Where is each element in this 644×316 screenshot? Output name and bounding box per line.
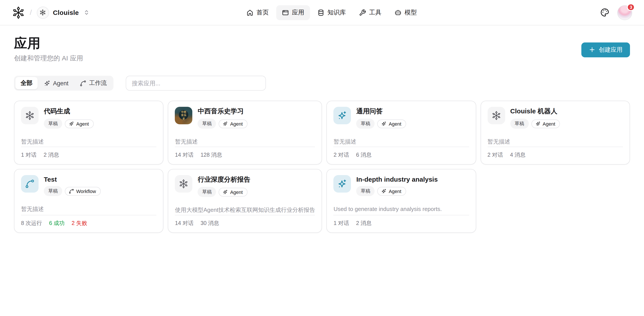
bot-icon [394,9,402,16]
brand-logo-icon[interactable] [12,6,25,19]
type-badge: Agent [378,187,406,195]
filter-tab-all[interactable]: 全部 [15,77,38,89]
header-left: / Clouisle [12,6,90,19]
primary-nav: 首页 应用 知识库 工具 模型 [241,0,422,25]
stat: 30 消息 [200,220,219,227]
header-right: 3 [600,5,632,20]
app-stats: 1 对话2 消息 [21,151,156,159]
app-title: Test [44,176,101,183]
app-description: 暂无描述 [21,138,156,146]
app-description: 暂无描述 [334,138,469,146]
app-card[interactable]: Test 草稿 Workflow 暂无描述 8 次运行6 成功2 失败 [14,169,164,233]
status-badge: 草稿 [356,186,375,196]
snowflake-icon [179,179,188,189]
type-badge: Agent [65,119,94,128]
sparkles-icon [223,121,228,126]
workflow-icon [69,188,74,194]
page-title: 应用 [14,37,83,50]
app-icon [334,107,351,124]
app-description: Used to generate industry analysis repor… [334,205,469,213]
sparkles-icon [69,121,74,126]
nav-item-home[interactable]: 首页 [241,5,274,20]
main-content: 应用 创建和管理您的 AI 应用 创建应用 全部 Agent 工作流 [0,37,644,233]
app-card[interactable]: 中西音乐史 中西音乐史学习 草稿 Agent 暂无描述 14 对话128 消息 [168,101,322,165]
stat: 1 对话 [21,151,36,159]
card-header: 行业深度分析报告 草稿 Agent [175,175,315,197]
theme-button[interactable] [600,8,610,17]
stat: 4 消息 [510,151,526,159]
workflow-icon [25,179,34,189]
card-divider [21,147,156,147]
stat: 128 消息 [200,151,222,159]
app-card-grid: 代码生成 草稿 Agent 暂无描述 1 对话2 消息 中西音乐史 [14,101,630,233]
status-badge: 草稿 [44,119,62,129]
workspace-name: Clouisle [53,9,79,16]
stat: 2 对话 [488,151,503,159]
workspace-avatar [36,6,49,18]
app-description: 使用大模型Agent技术检索互联网知识生成行业分析报告 [175,206,315,214]
sparkles-icon [223,189,228,195]
app-title: Clouisle 机器人 [510,107,560,116]
card-divider [488,147,623,147]
page-heading-block: 应用 创建和管理您的 AI 应用 [14,37,83,63]
sparkles-icon [381,188,386,194]
card-divider [175,147,315,147]
stat: 2 消息 [356,220,372,227]
status-badge: 草稿 [198,187,216,197]
filter-tab-agent[interactable]: Agent [38,77,74,89]
app-stats: 1 对话2 消息 [334,220,469,227]
app-icon [334,175,351,193]
sparkles-icon [338,111,347,120]
app-card[interactable]: 行业深度分析报告 草稿 Agent 使用大模型Agent技术检索互联网知识生成行… [168,169,322,233]
snowflake-icon [40,9,46,16]
type-badge: Workflow [65,187,101,195]
card-divider [334,215,469,215]
app-icon: 中西音乐史 [175,107,192,124]
sparkles-icon [535,121,540,126]
app-stats: 2 对话6 消息 [334,151,469,159]
wrench-icon [359,9,366,16]
notification-badge: 3 [627,3,635,11]
type-badge: Agent [219,119,248,128]
app-icon [21,107,38,124]
app-card[interactable]: Clouisle 机器人 草稿 Agent 暂无描述 2 对话4 消息 [480,101,630,165]
create-app-button[interactable]: 创建应用 [581,42,630,57]
status-badge: 草稿 [198,119,216,129]
app-window-root: / Clouisle 首页 应用 知识库 工具 模型 [0,0,644,316]
app-card[interactable]: 代码生成 草稿 Agent 暂无描述 1 对话2 消息 [14,101,164,165]
plus-icon [589,46,595,53]
user-menu[interactable]: 3 [617,5,632,20]
nav-item-apps[interactable]: 应用 [276,5,310,20]
nav-item-tools[interactable]: 工具 [353,5,387,20]
nav-item-models[interactable]: 模型 [389,5,422,20]
palette-icon [600,8,610,17]
app-stats: 14 对话30 消息 [175,220,315,227]
stat: 2 对话 [334,151,349,159]
app-icon [21,175,38,193]
app-stats: 14 对话128 消息 [175,151,315,159]
workflow-icon [80,80,86,86]
app-card[interactable]: In-depth industry analysis 草稿 Agent Used… [326,169,476,233]
app-description: 暂无描述 [488,138,623,146]
app-description: 暂无描述 [21,205,156,213]
type-badge: Agent [378,119,406,128]
app-card[interactable]: 通用问答 草稿 Agent 暂无描述 2 对话6 消息 [326,101,476,165]
app-stats: 2 对话4 消息 [488,151,623,159]
search-input[interactable] [126,76,266,91]
home-icon [246,9,254,16]
workspace-selector[interactable]: Clouisle [36,6,90,18]
sparkles-icon [338,179,347,189]
type-badge: Agent [219,188,248,196]
stat: 6 消息 [356,151,372,159]
stat: 2 消息 [44,151,59,159]
nav-item-knowledge[interactable]: 知识库 [312,5,352,20]
app-title: 中西音乐史学习 [198,107,248,116]
app-title: 代码生成 [44,107,94,116]
sparkles-icon [44,80,50,86]
app-description: 暂无描述 [175,138,315,146]
type-badge: Agent [531,119,560,128]
card-header: Clouisle 机器人 草稿 Agent [488,107,623,129]
stat: 14 对话 [175,220,194,227]
card-divider [21,215,156,215]
filter-tab-workflow[interactable]: 工作流 [75,77,112,89]
